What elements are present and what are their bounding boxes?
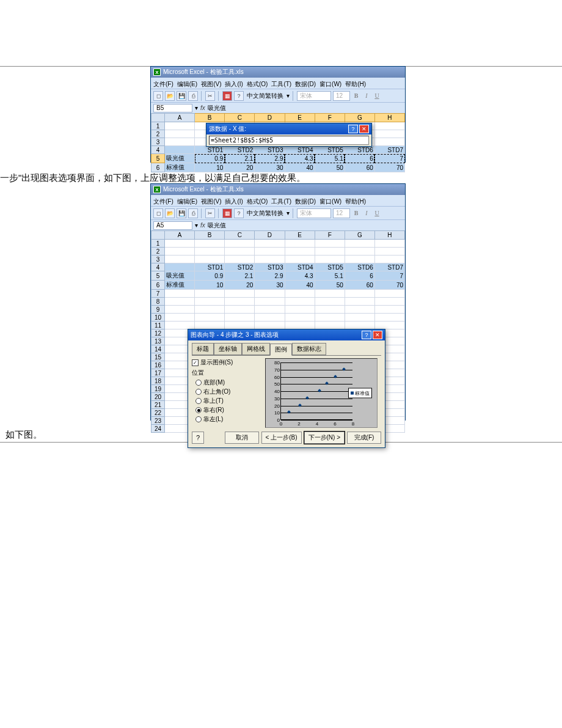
cell[interactable] (165, 263, 195, 271)
cell[interactable]: STD5 (315, 146, 345, 154)
col-header[interactable]: B (195, 114, 225, 122)
row-header[interactable]: 2 (151, 248, 165, 256)
row-header[interactable]: 11 (151, 322, 165, 329)
name-box[interactable]: B5 (153, 104, 192, 112)
col-header[interactable]: E (285, 231, 315, 240)
cell[interactable]: STD3 (255, 146, 285, 154)
row-header[interactable]: 22 (151, 409, 165, 417)
cell[interactable] (165, 146, 195, 154)
chart-icon[interactable]: ▦ (222, 208, 232, 218)
cell[interactable]: 2.9 (255, 271, 285, 281)
col-header[interactable]: F (315, 231, 345, 240)
cell[interactable]: STD2 (225, 263, 255, 271)
row-header[interactable]: 16 (151, 361, 165, 369)
cell[interactable]: STD6 (345, 146, 374, 154)
cell[interactable]: STD1 (195, 263, 225, 271)
col-header[interactable]: C (225, 114, 255, 122)
close-icon[interactable]: ✕ (359, 125, 369, 133)
col-header[interactable]: C (225, 231, 255, 240)
row-header[interactable]: 15 (151, 353, 165, 361)
cell[interactable]: 2.1 (225, 271, 255, 281)
row-header[interactable]: 5 (151, 154, 165, 163)
cell[interactable]: 0.9 (195, 271, 225, 281)
new-icon[interactable]: ◻ (153, 91, 163, 101)
cell[interactable]: 标准值 (165, 163, 195, 172)
font-selector[interactable]: 宋体 (297, 208, 331, 218)
close-icon[interactable]: ✕ (373, 331, 382, 339)
menu-file[interactable]: 文件(F) (153, 197, 173, 206)
col-header[interactable]: F (315, 114, 345, 122)
menu-edit[interactable]: 编辑(E) (177, 80, 197, 89)
row-header[interactable]: 6 (151, 163, 165, 172)
cancel-button[interactable]: 取消 (225, 432, 259, 444)
font-selector[interactable]: 宋体 (297, 91, 331, 101)
cell[interactable]: STD7 (374, 146, 404, 154)
tab-title[interactable]: 标题 (192, 343, 214, 355)
row-header[interactable]: 19 (151, 385, 165, 393)
italic-button[interactable]: I (362, 92, 371, 99)
cell[interactable]: 20 (225, 163, 255, 172)
row-header[interactable]: 23 (151, 417, 165, 425)
row-header[interactable]: 2 (151, 130, 165, 138)
row-header[interactable]: 13 (151, 337, 165, 345)
radio-bottom[interactable] (195, 380, 202, 386)
print-icon[interactable]: ⎙ (188, 208, 198, 218)
cell[interactable]: STD4 (285, 263, 315, 271)
col-header[interactable]: H (374, 231, 404, 240)
dropdown-icon[interactable]: ▾ (195, 105, 198, 111)
row-header[interactable]: 3 (151, 256, 165, 263)
radio-left[interactable] (195, 416, 202, 422)
row-header[interactable]: 4 (151, 146, 165, 154)
spreadsheet-grid[interactable]: A B C D E F G H 1 2 3 4 STD1 STD2 STD3 S… (151, 113, 405, 172)
cell[interactable]: STD3 (255, 263, 285, 271)
cell[interactable]: 0.9 (195, 154, 225, 163)
cell[interactable]: 标准值 (165, 281, 195, 290)
cut-icon[interactable]: ✂ (205, 91, 215, 101)
cell[interactable]: 4.3 (285, 154, 315, 163)
open-icon[interactable]: 📂 (165, 91, 175, 101)
radio-right[interactable] (195, 407, 202, 413)
cell[interactable]: STD4 (285, 146, 315, 154)
cell[interactable]: 10 (195, 281, 225, 290)
help-icon[interactable]: ? (234, 208, 244, 218)
row-header[interactable]: 21 (151, 401, 165, 409)
print-icon[interactable]: ⎙ (188, 91, 198, 101)
menu-insert[interactable]: 插入(I) (225, 197, 243, 206)
row-header[interactable]: 4 (151, 263, 165, 271)
cell[interactable]: 6 (345, 154, 374, 163)
underline-button[interactable]: U (373, 210, 381, 216)
cell[interactable]: 30 (255, 281, 285, 290)
radio-topright[interactable] (195, 389, 202, 395)
menu-data[interactable]: 数据(D) (295, 197, 316, 206)
range-reference-input[interactable] (209, 136, 369, 145)
row-header[interactable]: 17 (151, 369, 165, 377)
radio-top[interactable] (195, 398, 202, 404)
row-header[interactable]: 18 (151, 377, 165, 385)
save-icon[interactable]: 💾 (177, 91, 186, 101)
finish-button[interactable]: 完成(F) (347, 432, 381, 444)
cell[interactable]: 20 (225, 281, 255, 290)
underline-button[interactable]: U (373, 92, 381, 99)
col-header[interactable]: G (345, 231, 374, 240)
help-button-icon[interactable]: ? (362, 331, 371, 339)
col-header[interactable]: A (165, 231, 195, 240)
save-icon[interactable]: 💾 (177, 208, 186, 218)
cell[interactable]: 60 (345, 163, 374, 172)
cell[interactable]: STD2 (225, 146, 255, 154)
row-header[interactable]: 7 (151, 290, 165, 298)
new-icon[interactable]: ◻ (153, 208, 163, 218)
italic-button[interactable]: I (362, 210, 371, 216)
font-size-selector[interactable]: 12 (333, 91, 350, 101)
row-header[interactable]: 6 (151, 281, 165, 290)
cell[interactable]: 10 (195, 163, 225, 172)
col-header[interactable]: D (255, 231, 285, 240)
cell[interactable]: STD1 (195, 146, 225, 154)
cell[interactable]: 吸光值 (165, 271, 195, 281)
bold-button[interactable]: B (352, 210, 360, 216)
cut-icon[interactable]: ✂ (205, 208, 215, 218)
col-header[interactable]: G (345, 114, 374, 122)
col-header[interactable]: H (374, 114, 404, 122)
tab-gridlines[interactable]: 网格线 (242, 343, 270, 355)
cell[interactable]: STD5 (315, 263, 345, 271)
menu-insert[interactable]: 插入(I) (225, 80, 243, 89)
